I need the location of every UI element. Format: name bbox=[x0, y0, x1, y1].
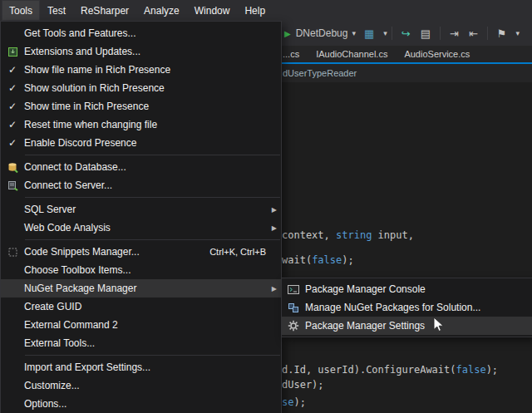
window-layout-icon[interactable]: ▦ bbox=[364, 27, 374, 40]
code-text: wait( bbox=[282, 254, 312, 266]
menu-item-show-solution-rich-presence[interactable]: ✓ Show solution in Rich Presence bbox=[1, 79, 281, 97]
menu-item-connect-to-database[interactable]: Connect to Database... bbox=[1, 158, 281, 176]
mouse-cursor-icon bbox=[433, 317, 445, 337]
play-icon: ▶ bbox=[284, 29, 291, 38]
checkmark-icon: ✓ bbox=[1, 64, 24, 76]
checkmark-icon: ✓ bbox=[1, 119, 24, 130]
code-line: wait(false); bbox=[282, 254, 354, 266]
menu-item-label: Import and Export Settings... bbox=[24, 361, 251, 373]
code-snippets-icon bbox=[1, 247, 24, 258]
menu-item-label: Create GUID bbox=[24, 301, 251, 312]
chevron-down-icon[interactable]: ▾ bbox=[383, 29, 387, 37]
code-line: d.Id, userId).ConfigureAwait(false); bbox=[282, 364, 498, 376]
menu-separator bbox=[25, 239, 280, 240]
toolbar-separator bbox=[487, 27, 488, 40]
menu-item-create-guid[interactable]: Create GUID bbox=[1, 297, 281, 316]
extensions-icon bbox=[1, 47, 24, 57]
menu-item-get-tools-and-features[interactable]: Get Tools and Features... bbox=[1, 24, 281, 42]
menubar-item-resharper[interactable]: ReSharper bbox=[73, 0, 136, 21]
menubar-item-tools[interactable]: Tools bbox=[2, 0, 40, 21]
menubar-item-analyze[interactable]: Analyze bbox=[136, 0, 187, 21]
menu-item-customize[interactable]: Customize... bbox=[1, 376, 281, 395]
menu-item-label: External Command 2 bbox=[24, 319, 251, 331]
menu-item-choose-toolbox-items[interactable]: Choose Toolbox Items... bbox=[1, 261, 281, 279]
checkmark-icon: ✓ bbox=[1, 82, 24, 94]
code-text: dUser); bbox=[282, 379, 324, 391]
menu-item-label: Web Code Analysis bbox=[24, 222, 251, 234]
submenu-item-label: Manage NuGet Packages for Solution... bbox=[305, 302, 529, 313]
code-keyword: se bbox=[282, 396, 293, 408]
checkmark-icon: ✓ bbox=[1, 137, 24, 149]
menu-item-label: SQL Server bbox=[24, 204, 251, 215]
menu-item-sql-server[interactable]: SQL Server ▶ bbox=[1, 200, 281, 219]
menu-item-label: Reset time when changing file bbox=[24, 119, 251, 130]
submenu-item-label: Package Manager Console bbox=[305, 283, 529, 295]
code-keyword: false bbox=[456, 364, 486, 376]
menu-item-shortcut: Ctrl+K, Ctrl+B bbox=[209, 247, 266, 257]
menu-item-web-code-analysis[interactable]: Web Code Analysis ▶ bbox=[1, 219, 281, 237]
code-line: context, string input, bbox=[282, 229, 414, 241]
start-debug-dropdown[interactable]: ▶ DNetDebug ▾ bbox=[281, 26, 359, 41]
nuget-package-manager-submenu: Package Manager Console Manage NuGet Pac… bbox=[281, 278, 532, 337]
menu-item-label: Code Snippets Manager... bbox=[24, 246, 195, 258]
bookmark-icon[interactable]: ⚑ bbox=[497, 27, 507, 40]
indent-icon[interactable]: ⇥ bbox=[450, 27, 459, 40]
code-text: ); bbox=[342, 254, 353, 266]
menu-item-show-file-name-rich-presence[interactable]: ✓ Show file name in Rich Presence bbox=[1, 61, 281, 79]
submenu-item-label: Package Manager Settings bbox=[305, 320, 529, 332]
tab-audioservice[interactable]: AudioService.cs bbox=[396, 47, 478, 62]
menubar-item-test[interactable]: Test bbox=[40, 0, 73, 21]
tab-iaudiochannel[interactable]: IAudioChannel.cs bbox=[308, 47, 396, 62]
menu-item-label: Choose Toolbox Items... bbox=[24, 264, 251, 276]
gear-icon bbox=[282, 320, 305, 332]
submenu-arrow-icon: ▶ bbox=[266, 224, 277, 232]
server-icon bbox=[1, 180, 24, 191]
tools-menu: Get Tools and Features... Extensions and… bbox=[0, 21, 282, 413]
code-keyword: string bbox=[336, 229, 372, 241]
menu-item-label: Connect to Database... bbox=[24, 161, 251, 173]
database-icon bbox=[1, 162, 24, 173]
menu-item-external-tools[interactable]: External Tools... bbox=[1, 334, 281, 352]
menubar-item-help[interactable]: Help bbox=[237, 0, 273, 21]
toolbar-separator bbox=[392, 27, 392, 40]
submenu-item-package-manager-console[interactable]: Package Manager Console bbox=[282, 280, 532, 298]
code-text: d.Id, userId).ConfigureAwait( bbox=[282, 364, 456, 376]
debug-target-label: DNetDebug bbox=[296, 27, 348, 39]
copy-documents-icon[interactable]: ▤ bbox=[421, 27, 431, 40]
menu-item-import-export-settings[interactable]: Import and Export Settings... bbox=[1, 358, 281, 376]
submenu-item-package-manager-settings[interactable]: Package Manager Settings bbox=[282, 317, 532, 335]
submenu-arrow-icon: ▶ bbox=[266, 285, 277, 293]
menu-item-enable-discord-presence[interactable]: ✓ Enable Discord Presence bbox=[1, 134, 281, 152]
menu-item-external-command-2[interactable]: External Command 2 bbox=[1, 316, 281, 334]
toolbar-overflow-icon[interactable]: ▾ bbox=[515, 29, 520, 37]
menu-item-show-time-rich-presence[interactable]: ✓ Show time in Rich Presence bbox=[1, 97, 281, 116]
menu-item-connect-to-server[interactable]: Connect to Server... bbox=[1, 176, 281, 194]
menu-item-label: Customize... bbox=[24, 380, 251, 391]
checkmark-icon: ✓ bbox=[1, 101, 24, 112]
navigation-member-dropdown[interactable]: dUserTypeReader bbox=[283, 68, 357, 78]
code-line: dUser); bbox=[282, 379, 324, 391]
submenu-item-manage-nuget-packages[interactable]: Manage NuGet Packages for Solution... bbox=[282, 298, 532, 317]
menu-item-label: Show time in Rich Presence bbox=[24, 101, 251, 112]
menu-item-options[interactable]: Options... bbox=[1, 395, 281, 413]
menu-item-label: Extensions and Updates... bbox=[24, 46, 251, 57]
menu-item-label: Get Tools and Features... bbox=[24, 27, 251, 39]
menu-bar: Tools Test ReSharper Analyze Window Help bbox=[0, 0, 532, 21]
menubar-item-window[interactable]: Window bbox=[187, 0, 238, 21]
menu-item-label: Connect to Server... bbox=[24, 179, 251, 191]
menu-separator bbox=[25, 355, 280, 356]
chevron-down-icon: ▾ bbox=[352, 29, 356, 37]
menu-item-nuget-package-manager[interactable]: NuGet Package Manager ▶ bbox=[1, 279, 281, 297]
menu-item-label: Show file name in Rich Presence bbox=[24, 64, 251, 76]
submenu-arrow-icon: ▶ bbox=[266, 206, 277, 214]
menu-separator bbox=[25, 155, 280, 155]
navigate-icon[interactable]: ↪ bbox=[401, 27, 411, 40]
menu-item-code-snippets-manager[interactable]: Code Snippets Manager... Ctrl+K, Ctrl+B bbox=[1, 243, 281, 261]
code-text: input, bbox=[372, 229, 414, 241]
code-line: se); bbox=[282, 396, 306, 408]
menu-item-label: External Tools... bbox=[24, 337, 251, 349]
vs-window: context, string input, wait(false); d.Id… bbox=[0, 0, 532, 413]
menu-item-reset-time-changing-file[interactable]: ✓ Reset time when changing file bbox=[1, 116, 281, 134]
menu-item-extensions-and-updates[interactable]: Extensions and Updates... bbox=[1, 42, 281, 61]
outdent-icon[interactable]: ⇤ bbox=[469, 27, 478, 40]
